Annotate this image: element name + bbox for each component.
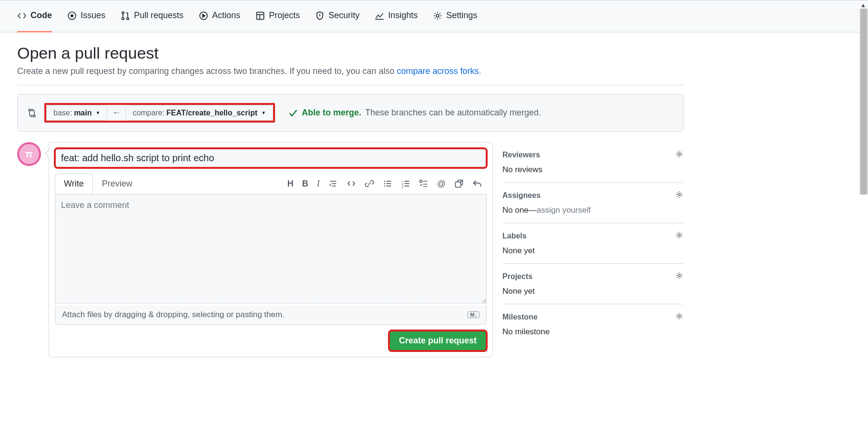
- highlight-branches: base: main ▼ ← compare: FEAT/create_hell…: [44, 103, 275, 123]
- compare-value: FEAT/create_hello_script: [166, 109, 257, 117]
- gear-icon[interactable]: [675, 231, 684, 241]
- quote-icon[interactable]: [328, 179, 338, 189]
- sidebar-labels: Labels None yet: [502, 223, 684, 264]
- page-title: Open a pull request: [17, 44, 684, 62]
- repo-nav: Code Issues Pull requests Actions Projec…: [0, 0, 868, 32]
- caret-down-icon: ▼: [95, 110, 100, 115]
- tab-pull-requests[interactable]: Pull requests: [121, 0, 184, 32]
- markdown-badge-icon[interactable]: M↓: [468, 311, 480, 318]
- compare-forks-link[interactable]: compare across forks: [397, 66, 479, 76]
- tab-insights[interactable]: Insights: [375, 0, 418, 32]
- cross-reference-icon[interactable]: [454, 179, 464, 189]
- attach-row[interactable]: Attach files by dragging & dropping, sel…: [55, 305, 487, 325]
- milestone-body: No milestone: [502, 327, 684, 337]
- page-subtitle: Create a new pull request by comparing c…: [17, 66, 684, 76]
- create-pull-request-button[interactable]: Create pull request: [389, 330, 487, 351]
- gear-icon[interactable]: [675, 271, 684, 282]
- base-label: base:: [53, 109, 72, 117]
- svg-point-4: [127, 18, 129, 20]
- svg-point-27: [678, 275, 681, 277]
- svg-rect-19: [404, 181, 409, 182]
- milestone-title: Milestone: [502, 313, 538, 321]
- compare-box: base: main ▼ ← compare: FEAT/create_hell…: [17, 94, 684, 132]
- heading-icon[interactable]: H: [287, 179, 294, 189]
- arrow-left-icon: ←: [107, 105, 125, 121]
- svg-point-12: [384, 186, 385, 187]
- reply-icon[interactable]: [472, 179, 482, 189]
- svg-rect-15: [386, 186, 391, 186]
- scroll-up-arrow[interactable]: ▲: [860, 2, 866, 9]
- play-circle-icon: [199, 11, 208, 21]
- unordered-list-icon[interactable]: [383, 179, 392, 189]
- sidebar-assignees: Assignees No one—assign yourself: [502, 183, 684, 223]
- scrollbar-thumb[interactable]: [860, 9, 867, 195]
- mention-icon[interactable]: @: [437, 179, 446, 189]
- code-icon: [17, 11, 27, 21]
- scrollbar-track[interactable]: [859, 9, 868, 195]
- pr-title-input[interactable]: [55, 148, 487, 168]
- assignees-text: No one—: [502, 206, 537, 215]
- svg-point-2: [122, 11, 124, 13]
- svg-rect-13: [386, 181, 391, 182]
- tab-issues-label: Issues: [81, 10, 105, 21]
- svg-point-25: [678, 194, 681, 196]
- svg-point-8: [29, 109, 31, 111]
- task-list-icon[interactable]: [419, 179, 429, 189]
- tab-settings-label: Settings: [446, 10, 477, 21]
- tab-code[interactable]: Code: [17, 0, 52, 32]
- base-branch-button[interactable]: base: main ▼: [46, 105, 107, 121]
- tab-actions[interactable]: Actions: [199, 0, 240, 32]
- reviewers-title: Reviewers: [502, 151, 540, 159]
- git-compare-icon: [27, 108, 37, 118]
- svg-rect-22: [420, 180, 422, 182]
- projects-title: Projects: [502, 272, 532, 281]
- tab-projects-label: Projects: [269, 10, 300, 21]
- tab-security[interactable]: Security: [315, 0, 359, 32]
- svg-point-9: [33, 115, 35, 117]
- merge-rest-text: These branches can be automatically merg…: [365, 108, 541, 118]
- editor-tabs: Write Preview H B I 123 @: [49, 174, 492, 194]
- assignees-title: Assignees: [502, 191, 541, 200]
- svg-rect-14: [386, 183, 391, 184]
- subtitle-dot: .: [479, 66, 481, 76]
- compare-branch-button[interactable]: compare: FEAT/create_hello_script ▼: [125, 105, 273, 121]
- check-icon: [288, 108, 298, 118]
- svg-point-11: [384, 183, 385, 185]
- avatar[interactable]: π: [17, 142, 41, 166]
- tab-preview[interactable]: Preview: [93, 174, 142, 194]
- tab-pulls-label: Pull requests: [134, 10, 184, 21]
- reviewers-body: No reviews: [502, 165, 684, 175]
- sidebar-projects: Projects None yet: [502, 264, 684, 304]
- svg-point-10: [384, 181, 385, 182]
- svg-point-1: [71, 14, 73, 17]
- gear-icon[interactable]: [675, 312, 684, 322]
- svg-rect-6: [257, 12, 264, 19]
- svg-point-24: [678, 153, 681, 155]
- tab-projects[interactable]: Projects: [255, 0, 300, 32]
- shield-icon: [315, 11, 325, 21]
- gear-icon[interactable]: [675, 150, 684, 160]
- svg-point-26: [678, 234, 681, 237]
- tab-write[interactable]: Write: [55, 174, 93, 194]
- pr-comment-textarea[interactable]: [55, 194, 487, 304]
- sidebar-reviewers: Reviewers No reviews: [502, 142, 684, 183]
- labels-title: Labels: [502, 232, 527, 240]
- merge-status: Able to merge. These branches can be aut…: [288, 108, 541, 118]
- svg-text:3: 3: [401, 186, 403, 188]
- assign-yourself-link[interactable]: assign yourself: [537, 206, 591, 215]
- italic-icon[interactable]: I: [317, 179, 320, 189]
- tab-issues[interactable]: Issues: [67, 0, 105, 32]
- link-icon[interactable]: [365, 179, 374, 189]
- subtitle-text: Create a new pull request by comparing c…: [17, 66, 397, 76]
- code-icon[interactable]: [347, 179, 356, 189]
- attach-hint: Attach files by dragging & dropping, sel…: [62, 310, 285, 320]
- ordered-list-icon[interactable]: 123: [401, 179, 410, 189]
- divider: [17, 85, 684, 85]
- sidebar: Reviewers No reviews Assignees No one—as…: [502, 142, 684, 357]
- gear-icon[interactable]: [675, 190, 684, 201]
- gear-icon: [433, 11, 442, 21]
- base-value: main: [74, 109, 92, 117]
- bold-icon[interactable]: B: [302, 179, 308, 189]
- tab-actions-label: Actions: [212, 10, 240, 21]
- tab-settings[interactable]: Settings: [433, 0, 477, 32]
